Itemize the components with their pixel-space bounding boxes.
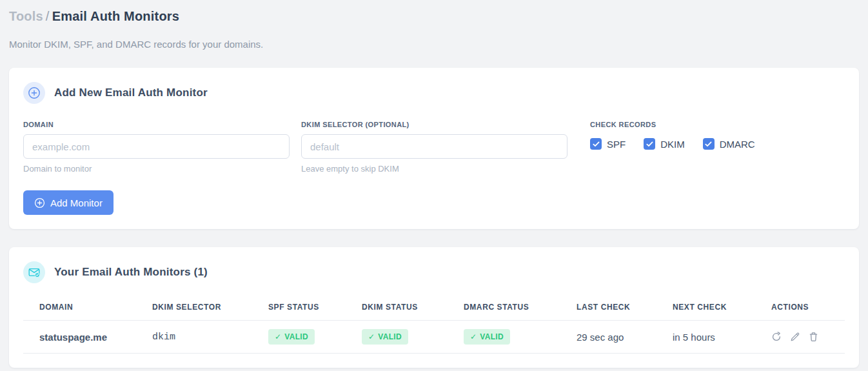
check-icon: ✓ — [470, 332, 477, 341]
check-icon — [593, 141, 600, 147]
dkim-checkbox-label: DKIM — [660, 139, 685, 150]
spf-checkbox-label: SPF — [607, 139, 626, 150]
domain-input[interactable] — [23, 134, 290, 159]
dkim-selector-input[interactable] — [301, 134, 567, 159]
monitors-list-card: Your Email Auth Monitors (1) DOMAIN DKIM… — [9, 247, 859, 368]
dmarc-checkbox-label: DMARC — [720, 139, 755, 150]
column-header-spf-status: SPF STATUS — [252, 297, 346, 321]
email-check-icon — [23, 261, 45, 283]
email-auth-monitors-page: Tools/Email Auth Monitors Monitor DKIM, … — [0, 0, 868, 368]
refresh-icon — [771, 332, 782, 342]
column-header-dkim-status: DKIM STATUS — [346, 297, 448, 321]
monitors-table: DOMAIN DKIM SELECTOR SPF STATUS DKIM STA… — [23, 297, 845, 354]
dmarc-status-label: VALID — [480, 332, 504, 341]
spf-checkbox-item[interactable]: SPF — [590, 138, 626, 150]
check-icon: ✓ — [368, 332, 375, 341]
domain-field-helper: Domain to monitor — [23, 164, 290, 174]
column-header-domain: DOMAIN — [23, 297, 136, 321]
monitor-domain: statuspage.me — [23, 321, 136, 354]
plus-circle-icon — [23, 82, 45, 104]
column-header-dkim-selector: DKIM SELECTOR — [136, 297, 252, 321]
dkim-selector-field-helper: Leave empty to skip DKIM — [301, 164, 567, 174]
dkim-selector-field-label: DKIM SELECTOR (OPTIONAL) — [301, 121, 567, 128]
column-header-last-check: LAST CHECK — [560, 297, 656, 321]
dkim-status-badge: ✓VALID — [362, 329, 408, 345]
dkim-selector-field-group: DKIM SELECTOR (OPTIONAL) Leave empty to … — [301, 121, 567, 174]
check-icon — [646, 141, 653, 147]
spf-status-label: VALID — [284, 332, 308, 341]
add-monitor-button-label: Add Monitor — [50, 197, 103, 208]
monitors-list-card-title: Your Email Auth Monitors (1) — [54, 266, 208, 279]
domain-field-label: DOMAIN — [23, 121, 290, 128]
row-actions — [771, 332, 845, 342]
dmarc-checkbox[interactable] — [703, 138, 715, 150]
monitor-dkim-selector: dkim — [136, 321, 252, 354]
check-icon: ✓ — [275, 332, 281, 341]
monitor-last-check: 29 sec ago — [560, 321, 656, 354]
pencil-icon — [790, 332, 800, 342]
refresh-button[interactable] — [771, 332, 782, 342]
spf-status-badge: ✓VALID — [268, 329, 315, 345]
delete-button[interactable] — [809, 332, 818, 342]
dkim-status-label: VALID — [378, 332, 402, 341]
table-header-row: DOMAIN DKIM SELECTOR SPF STATUS DKIM STA… — [23, 297, 845, 321]
column-header-next-check: NEXT CHECK — [656, 297, 755, 321]
add-monitor-card: Add New Email Auth Monitor DOMAIN Domain… — [9, 68, 859, 229]
check-records-group: CHECK RECORDS SPF — [579, 121, 845, 150]
edit-button[interactable] — [790, 332, 800, 342]
monitors-list-card-header: Your Email Auth Monitors (1) — [23, 261, 845, 283]
add-monitor-card-title: Add New Email Auth Monitor — [54, 86, 208, 99]
breadcrumb: Tools/Email Auth Monitors — [9, 8, 859, 25]
trash-icon — [809, 332, 818, 342]
check-records-options: SPF DKIM — [590, 138, 845, 150]
add-monitor-card-header: Add New Email Auth Monitor — [23, 82, 845, 104]
table-row: statuspage.me dkim ✓VALID ✓VALID ✓VALID … — [23, 321, 845, 354]
breadcrumb-tools-link[interactable]: Tools — [9, 9, 43, 23]
domain-field-group: DOMAIN Domain to monitor — [23, 121, 290, 174]
breadcrumb-separator: / — [46, 9, 50, 23]
column-header-dmarc-status: DMARC STATUS — [448, 297, 560, 321]
plus-circle-icon — [34, 197, 45, 208]
spf-checkbox[interactable] — [590, 138, 602, 150]
column-header-actions: ACTIONS — [755, 297, 845, 321]
dmarc-status-badge: ✓VALID — [464, 329, 510, 345]
add-monitor-form: DOMAIN Domain to monitor DKIM SELECTOR (… — [23, 121, 845, 174]
page-title: Email Auth Monitors — [52, 9, 180, 23]
add-monitor-button[interactable]: Add Monitor — [23, 190, 113, 215]
check-records-label: CHECK RECORDS — [590, 121, 845, 128]
dmarc-checkbox-item[interactable]: DMARC — [703, 138, 755, 150]
page-subtitle: Monitor DKIM, SPF, and DMARC records for… — [9, 39, 859, 50]
dkim-checkbox[interactable] — [644, 138, 655, 150]
monitor-next-check: in 5 hours — [656, 321, 755, 354]
check-icon — [705, 141, 712, 147]
dkim-checkbox-item[interactable]: DKIM — [644, 138, 685, 150]
